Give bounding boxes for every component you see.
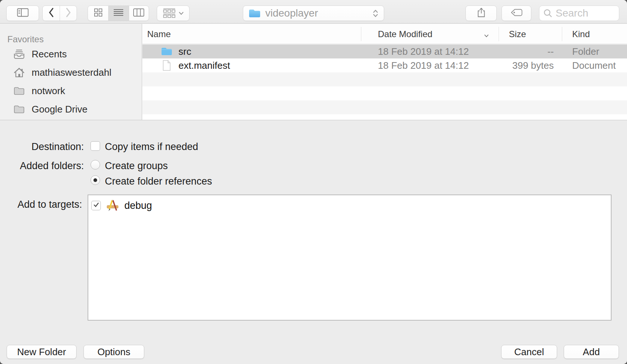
chevron-right-icon (65, 8, 71, 19)
target-name: debug (124, 200, 152, 211)
file-row-ext-manifest[interactable]: ext.manifest 18 Feb 2019 at 14:12 399 by… (142, 58, 627, 72)
sort-indicator-icon (484, 32, 489, 39)
view-mode-control (88, 6, 149, 21)
column-header-size[interactable]: Size (509, 24, 526, 44)
file-list: Name Date Modified Size Kind src (142, 24, 627, 120)
file-date: 18 Feb 2019 at 14:12 (378, 58, 469, 72)
file-size: -- (499, 44, 554, 58)
group-items-icon (163, 8, 176, 18)
empty-row (142, 72, 627, 86)
group-by-button[interactable] (157, 6, 189, 21)
popup-chevrons-icon (372, 9, 379, 18)
chevron-down-icon (179, 12, 184, 15)
empty-row (142, 100, 627, 114)
file-date: 18 Feb 2019 at 14:12 (378, 44, 469, 58)
add-button[interactable]: Add (564, 345, 619, 359)
checkmark-icon (93, 202, 99, 209)
column-header-kind[interactable]: Kind (572, 24, 590, 44)
folder-icon (13, 86, 25, 96)
options-panel: Destination: Copy items if needed Added … (0, 120, 627, 364)
folder-icon (161, 47, 173, 56)
sidebar-section-header: Favorites (7, 34, 44, 44)
sidebar-toggle-icon (17, 8, 29, 18)
sidebar-item-label: mathiaswesterdahl (32, 67, 111, 78)
sidebar-item-notwork[interactable]: notwork (0, 83, 142, 98)
sidebar-item-label: Recents (32, 49, 67, 60)
search-input[interactable] (556, 7, 615, 19)
sidebar-item-google-drive[interactable]: Google Drive (0, 102, 142, 117)
list-view-icon (113, 9, 124, 18)
empty-row (142, 114, 627, 120)
create-groups-label: Create groups (105, 160, 168, 172)
sidebar-item-home[interactable]: mathiaswesterdahl (0, 65, 142, 80)
xcode-target-icon (106, 200, 119, 212)
tag-icon (511, 9, 522, 18)
sidebar-item-label: notwork (32, 85, 65, 97)
file-name: ext.manifest (178, 60, 230, 71)
column-header-name[interactable]: Name (147, 24, 171, 44)
search-field (539, 6, 619, 21)
location-popup[interactable]: videoplayer (243, 6, 384, 21)
home-icon (13, 67, 25, 78)
file-list-header: Name Date Modified Size Kind (142, 24, 627, 44)
file-kind: Document (572, 58, 616, 72)
create-folder-references-label: Create folder references (105, 176, 212, 187)
targets-list: debug (88, 195, 612, 321)
toolbar: videoplayer (0, 0, 627, 24)
column-divider[interactable] (562, 27, 562, 41)
added-folders-label: Added folders: (0, 160, 84, 172)
folder-icon (13, 105, 25, 114)
list-view-button[interactable] (108, 6, 128, 21)
copy-items-checkbox[interactable] (91, 141, 100, 151)
sidebar-toggle-button[interactable] (6, 6, 39, 21)
share-icon (477, 7, 486, 19)
chevron-left-icon (48, 8, 54, 19)
sidebar-item-label: Google Drive (32, 104, 88, 115)
folder-icon (248, 8, 261, 18)
add-to-targets-label: Add to targets: (0, 199, 82, 210)
file-kind: Folder (572, 44, 599, 58)
sidebar: Favorites Recents mathiaswesterdahl notw… (0, 24, 142, 120)
tags-button[interactable] (502, 6, 531, 21)
columns-view-icon (133, 8, 144, 18)
create-folder-references-radio[interactable] (91, 175, 100, 185)
grid-view-icon (94, 8, 103, 18)
navigation-buttons (42, 6, 77, 21)
column-view-button[interactable] (129, 6, 149, 21)
column-divider[interactable] (361, 27, 361, 41)
document-icon (162, 60, 171, 71)
target-row-debug[interactable]: debug (91, 198, 152, 213)
file-row-src[interactable]: src 18 Feb 2019 at 14:12 -- Folder (142, 44, 627, 58)
sidebar-item-recents[interactable]: Recents (0, 47, 142, 61)
target-checkbox[interactable] (91, 201, 101, 210)
forward-button[interactable] (60, 6, 77, 21)
location-label: videoplayer (265, 7, 372, 19)
new-folder-button[interactable]: New Folder (7, 345, 77, 359)
share-button[interactable] (465, 6, 497, 21)
back-button[interactable] (43, 6, 60, 21)
column-divider[interactable] (499, 27, 499, 41)
icon-view-button[interactable] (88, 6, 108, 21)
cancel-button[interactable]: Cancel (501, 345, 557, 359)
column-header-date-modified[interactable]: Date Modified (378, 24, 432, 44)
recents-icon (13, 49, 25, 59)
add-files-dialog: videoplayer Favorites (0, 0, 627, 364)
create-groups-radio[interactable] (91, 160, 100, 169)
file-size: 399 bytes (499, 58, 554, 72)
options-button[interactable]: Options (84, 345, 144, 359)
empty-row (142, 86, 627, 100)
search-icon (543, 8, 553, 18)
copy-items-label: Copy items if needed (105, 141, 198, 153)
destination-label: Destination: (0, 141, 84, 153)
file-name: src (178, 46, 191, 57)
